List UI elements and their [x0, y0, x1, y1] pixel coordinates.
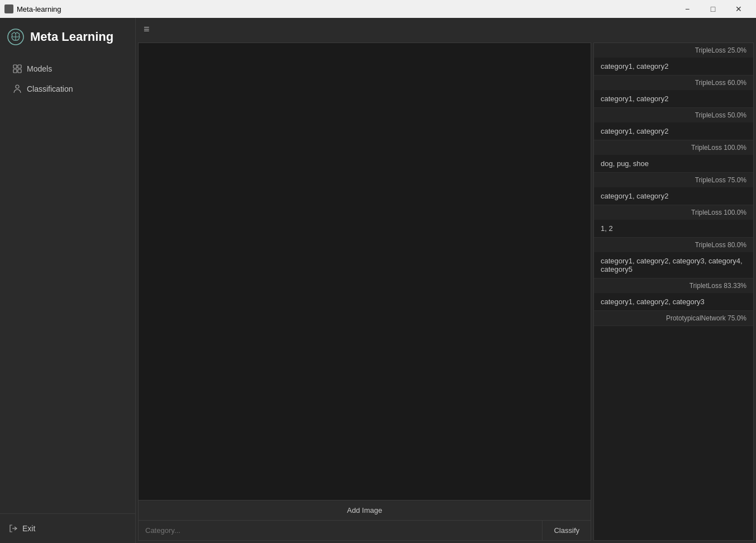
titlebar: Meta-learning − □ ✕ [0, 0, 756, 18]
exit-icon [9, 524, 18, 533]
brain-icon [7, 28, 25, 46]
result-score: TripleLoss 75.0% [594, 173, 753, 187]
menu-icon[interactable]: ≡ [141, 21, 152, 37]
classify-button[interactable]: Classify [542, 521, 591, 540]
app-title-area: Meta Learning [0, 18, 135, 54]
result-item: TripleLoss 25.0%category1, category2 [594, 43, 753, 75]
result-item: TripletLoss 83.33%category1, category2, … [594, 278, 753, 311]
result-score: TripleLoss 100.0% [594, 205, 753, 220]
svg-rect-4 [18, 65, 21, 68]
result-categories: category1, category2, category3, categor… [594, 252, 753, 278]
image-panel: Add Image Classify [138, 43, 591, 541]
result-item: TripleLoss 80.0%category1, category2, ca… [594, 238, 753, 278]
result-item: TripleLoss 100.0%dog, pug, shoe [594, 140, 753, 173]
sidebar-item-classification[interactable]: Classification [3, 79, 132, 98]
sidebar-item-models[interactable]: Models [3, 59, 132, 78]
image-display [139, 43, 591, 500]
result-score: TripleLoss 60.0% [594, 75, 753, 90]
result-score: TripleLoss 25.0% [594, 43, 753, 58]
classification-icon [12, 84, 22, 94]
result-item: TripleLoss 60.0%category1, category2 [594, 75, 753, 108]
result-item: TripleLoss 75.0%category1, category2 [594, 173, 753, 205]
result-item: TripleLoss 50.0%category1, category2 [594, 108, 753, 140]
maximize-button[interactable]: □ [700, 0, 726, 18]
sidebar-footer: Exit [0, 513, 135, 543]
result-categories: category1, category2 [594, 58, 753, 75]
result-categories: dog, pug, shoe [594, 155, 753, 172]
sidebar-item-models-label: Models [27, 64, 52, 73]
content-area: ≡ Add Image Classify TripleLoss 25.0%cat… [136, 18, 756, 543]
app-body: Meta Learning Models Classification [0, 18, 756, 543]
result-score: TripletLoss 83.33% [594, 278, 753, 293]
svg-rect-5 [13, 69, 17, 73]
titlebar-controls: − □ ✕ [674, 0, 752, 18]
result-categories: 1, 2 [594, 220, 753, 237]
svg-point-7 [16, 85, 19, 88]
titlebar-title: Meta-learning [17, 5, 61, 13]
toolbar: ≡ [136, 18, 756, 40]
result-categories: category1, category2 [594, 187, 753, 205]
result-score: TripleLoss 80.0% [594, 238, 753, 252]
svg-rect-6 [18, 69, 21, 73]
sidebar: Meta Learning Models Classification [0, 18, 136, 543]
result-item: PrototypicalNetwork 75.0% [594, 311, 753, 326]
exit-label: Exit [22, 524, 35, 533]
exit-item[interactable]: Exit [9, 521, 126, 536]
result-item: TripleLoss 100.0%1, 2 [594, 205, 753, 238]
result-categories: category1, category2 [594, 90, 753, 107]
category-input-row: Classify [139, 520, 591, 540]
result-score: PrototypicalNetwork 75.0% [594, 311, 753, 325]
models-icon [12, 64, 22, 74]
result-score: TripleLoss 100.0% [594, 140, 753, 155]
minimize-button[interactable]: − [674, 0, 700, 18]
result-categories: category1, category2, category3 [594, 293, 753, 310]
close-button[interactable]: ✕ [726, 0, 752, 18]
category-input[interactable] [139, 521, 542, 540]
app-title-text: Meta Learning [30, 30, 113, 44]
app-icon [4, 4, 13, 13]
sidebar-item-classification-label: Classification [27, 84, 73, 93]
titlebar-left: Meta-learning [4, 4, 61, 13]
result-score: TripleLoss 50.0% [594, 108, 753, 122]
results-panel[interactable]: TripleLoss 25.0%category1, category2Trip… [593, 43, 754, 541]
result-categories: category1, category2 [594, 122, 753, 140]
sidebar-nav: Models Classification [0, 54, 135, 513]
add-image-button[interactable]: Add Image [139, 500, 591, 520]
svg-rect-3 [13, 65, 17, 68]
main-panel: Add Image Classify TripleLoss 25.0%categ… [136, 40, 756, 543]
